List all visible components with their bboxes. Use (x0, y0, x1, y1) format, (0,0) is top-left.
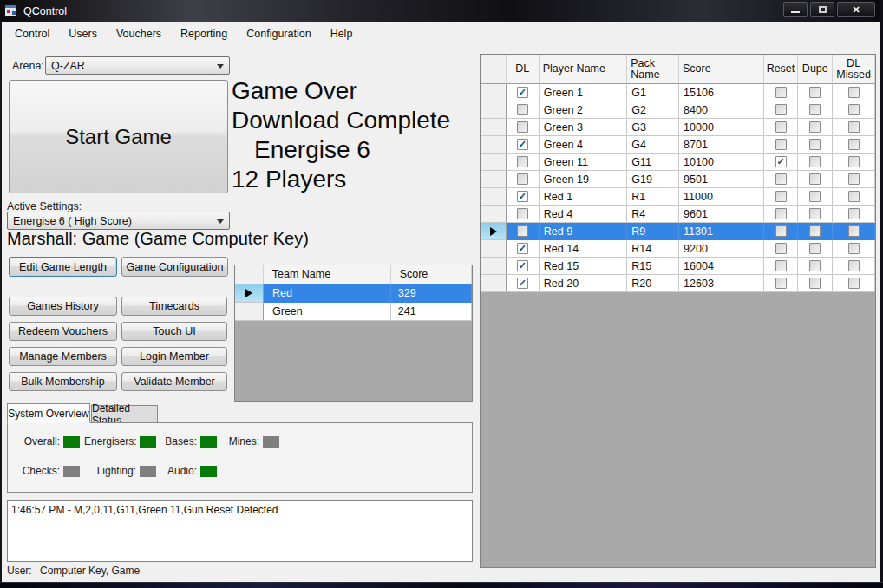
arena-combobox[interactable]: Q-ZAR (45, 56, 230, 75)
login-member-button[interactable]: Login Member (121, 347, 227, 366)
dl[interactable] (507, 171, 540, 188)
row-selector[interactable] (481, 154, 507, 171)
row-selector[interactable] (481, 171, 507, 188)
dl-missed-checkbox[interactable] (848, 156, 860, 167)
dl-checkbox[interactable]: ✓ (517, 260, 528, 271)
player-col-reset[interactable]: Reset (764, 55, 799, 84)
player-name[interactable]: Red 14 (540, 240, 628, 258)
row-selector[interactable] (481, 188, 507, 206)
player-col-dl[interactable]: DL (507, 55, 540, 84)
pack-name[interactable]: G1 (627, 84, 679, 101)
dupe[interactable] (798, 101, 833, 119)
pack-name[interactable]: G3 (627, 119, 679, 136)
reset-checkbox[interactable] (775, 191, 787, 202)
dl[interactable]: ✓ (507, 258, 540, 275)
reset[interactable] (764, 240, 799, 258)
dupe[interactable] (798, 275, 833, 292)
player-score[interactable]: 10100 (679, 154, 764, 171)
dl-missed-checkbox[interactable] (848, 225, 860, 237)
validate-member-button[interactable]: Validate Member (121, 372, 227, 391)
player-score[interactable]: 10000 (679, 119, 764, 136)
row-selector[interactable] (235, 303, 264, 321)
dl[interactable]: ✓ (507, 240, 540, 258)
menu-help[interactable]: Help (321, 24, 363, 43)
dl-missed[interactable] (833, 240, 875, 258)
dupe-checkbox[interactable] (809, 87, 821, 98)
player-score[interactable]: 8400 (679, 101, 764, 119)
reset-checkbox[interactable] (775, 243, 787, 254)
player-name[interactable]: Red 9 (540, 223, 628, 240)
team-score[interactable]: 329 (391, 284, 472, 303)
player-col-dl-missed[interactable]: DL Missed (833, 55, 875, 84)
reset[interactable] (764, 223, 799, 240)
dupe[interactable] (798, 84, 833, 101)
dl-missed-checkbox[interactable] (848, 87, 860, 98)
pack-name[interactable]: G2 (627, 101, 679, 119)
title-bar[interactable]: QControl ✕ (0, 0, 880, 22)
dl-checkbox[interactable]: ✓ (517, 278, 528, 289)
dupe-checkbox[interactable] (809, 156, 821, 167)
dl-missed-checkbox[interactable] (848, 139, 860, 150)
dupe[interactable] (798, 240, 833, 258)
dl-missed[interactable] (833, 206, 875, 223)
pack-name[interactable]: R14 (627, 240, 679, 258)
player-name[interactable]: Green 4 (540, 136, 628, 154)
reset-checkbox[interactable] (775, 139, 787, 150)
player-col-player-name[interactable]: Player Name (540, 55, 628, 84)
player-name[interactable]: Red 4 (540, 206, 628, 223)
tab-system-overview[interactable]: System Overview (7, 403, 90, 423)
player-col-dupe[interactable]: Dupe (798, 55, 833, 84)
reset[interactable]: ✓ (764, 154, 799, 171)
game-configuration-button[interactable]: Game Configuration (121, 257, 228, 277)
timecards-button[interactable]: Timecards (121, 297, 227, 316)
player-name[interactable]: Green 11 (540, 154, 628, 171)
dupe-checkbox[interactable] (809, 278, 821, 289)
dupe[interactable] (798, 119, 833, 136)
reset-checkbox[interactable] (775, 278, 787, 289)
dl-checkbox[interactable] (517, 225, 528, 237)
dl-checkbox[interactable]: ✓ (517, 191, 528, 202)
redeem-vouchers-button[interactable]: Redeem Vouchers (9, 322, 117, 341)
dupe-checkbox[interactable] (809, 225, 821, 237)
dl-missed[interactable] (833, 223, 875, 240)
player-name[interactable]: Green 2 (540, 101, 628, 119)
player-col-score[interactable]: Score (679, 55, 764, 84)
dl[interactable]: ✓ (507, 275, 540, 292)
event-log[interactable]: 1:46:57 PM - M,2,0,11,G11,Green 11,Gun R… (7, 500, 473, 562)
dupe[interactable] (798, 206, 833, 223)
dl[interactable]: ✓ (507, 136, 540, 154)
row-selector[interactable] (481, 206, 507, 223)
menu-control[interactable]: Control (5, 24, 59, 43)
bulk-membership-button[interactable]: Bulk Membership (9, 372, 117, 391)
reset[interactable] (764, 136, 799, 154)
player-row-green-11[interactable]: Green 11G1110100✓ (481, 154, 875, 171)
menu-vouchers[interactable]: Vouchers (107, 24, 171, 43)
dl-missed-checkbox[interactable] (848, 208, 860, 219)
dl-missed[interactable] (833, 101, 875, 119)
maximize-button[interactable] (810, 2, 834, 17)
reset[interactable] (764, 84, 799, 101)
menu-reporting[interactable]: Reporting (171, 24, 237, 43)
player-col-pack-name[interactable]: Pack Name (627, 55, 679, 84)
dupe-checkbox[interactable] (809, 191, 821, 202)
team-name[interactable]: Green (264, 303, 391, 321)
reset-checkbox[interactable] (775, 104, 787, 115)
dl[interactable]: ✓ (507, 84, 540, 101)
row-selector[interactable] (481, 101, 507, 119)
dl[interactable] (507, 154, 540, 171)
player-score[interactable]: 9501 (679, 171, 764, 188)
dupe[interactable] (798, 188, 833, 206)
player-score[interactable]: 16004 (679, 258, 764, 275)
pack-name[interactable]: G4 (627, 136, 679, 154)
player-score[interactable]: 9601 (679, 206, 764, 223)
dupe-checkbox[interactable] (809, 139, 821, 150)
minimize-button[interactable] (783, 2, 808, 17)
player-row-red-4[interactable]: Red 4R49601 (481, 206, 875, 223)
dl-missed[interactable] (833, 154, 875, 171)
team-row-green[interactable]: Green241 (235, 303, 472, 321)
dupe[interactable] (798, 258, 833, 275)
dl-missed-checkbox[interactable] (848, 191, 860, 202)
player-name[interactable]: Green 3 (540, 119, 628, 136)
dl-missed-checkbox[interactable] (848, 278, 860, 289)
reset-checkbox[interactable] (775, 208, 787, 219)
